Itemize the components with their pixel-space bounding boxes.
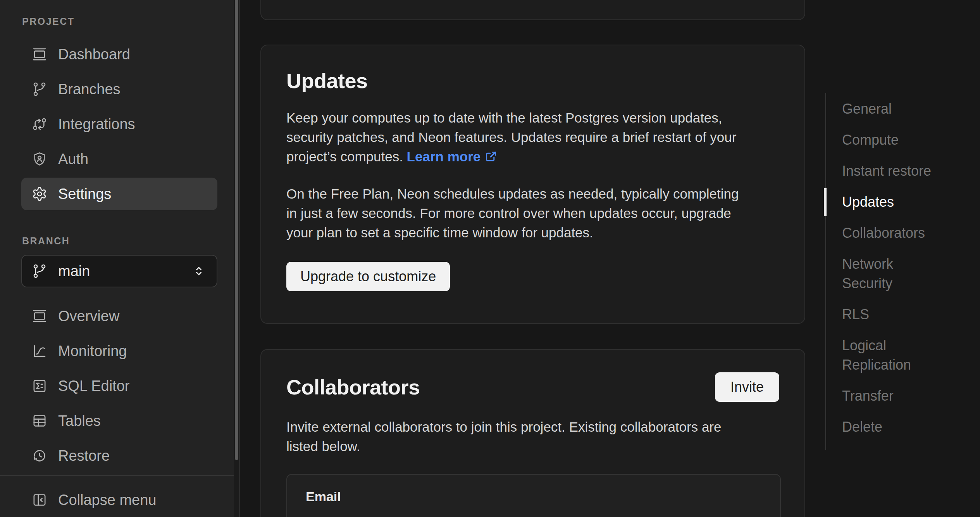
git-branch-icon bbox=[32, 81, 47, 97]
overview-icon bbox=[32, 308, 47, 324]
sidebar-item-tables[interactable]: Tables bbox=[21, 405, 217, 437]
section-nav-items: General Compute Instant restore Updates … bbox=[842, 99, 939, 448]
section-nav-rail bbox=[825, 93, 826, 450]
invite-button[interactable]: Invite bbox=[715, 372, 779, 402]
sidebar-item-label: Restore bbox=[58, 446, 110, 465]
collaborators-table: Email bbox=[286, 474, 781, 517]
collapse-menu-label: Collapse menu bbox=[58, 491, 156, 509]
sidebar-item-label: SQL Editor bbox=[58, 377, 129, 395]
collapse-menu-button[interactable]: Collapse menu bbox=[21, 484, 217, 516]
sidebar-item-label: Settings bbox=[58, 185, 111, 203]
project-section-label: PROJECT bbox=[22, 16, 234, 28]
email-column-header: Email bbox=[306, 488, 780, 505]
sql-editor-icon bbox=[32, 378, 47, 394]
sidebar-item-auth[interactable]: Auth bbox=[21, 143, 217, 175]
previous-settings-card-partial bbox=[260, 0, 805, 20]
sidebar-scroll-gutter bbox=[234, 0, 240, 517]
collaborators-description: Invite external collaborators to join th… bbox=[286, 417, 779, 456]
upgrade-to-customize-button[interactable]: Upgrade to customize bbox=[286, 262, 450, 291]
section-nav-collaborators[interactable]: Collaborators bbox=[842, 223, 939, 243]
sidebar-item-settings[interactable]: Settings bbox=[21, 178, 217, 210]
sidebar-item-label: Dashboard bbox=[58, 45, 130, 64]
tables-grid-icon bbox=[32, 413, 47, 429]
section-nav-delete[interactable]: Delete bbox=[842, 417, 939, 437]
collaborators-card-title: Collaborators bbox=[286, 374, 420, 400]
updates-card-title: Updates bbox=[286, 68, 779, 93]
neon-console-app: PROJECT Dashboard Branches Integrations bbox=[0, 0, 980, 517]
updates-description: Keep your computes up to date with the l… bbox=[286, 108, 779, 166]
section-nav-network-security[interactable]: Network Security bbox=[842, 254, 939, 293]
section-nav-compute[interactable]: Compute bbox=[842, 130, 939, 150]
monitoring-chart-icon bbox=[32, 343, 47, 359]
integrations-icon bbox=[32, 116, 47, 132]
section-nav-logical-replication[interactable]: Logical Replication bbox=[842, 336, 939, 375]
panel-collapse-icon bbox=[32, 492, 47, 508]
sidebar-item-label: Overview bbox=[58, 307, 119, 325]
dashboard-icon bbox=[32, 47, 47, 62]
sidebar-item-label: Branches bbox=[58, 80, 121, 99]
git-branch-icon bbox=[32, 263, 47, 279]
section-nav-instant-restore[interactable]: Instant restore bbox=[842, 161, 939, 181]
section-nav-rls[interactable]: RLS bbox=[842, 305, 939, 324]
section-nav-general[interactable]: General bbox=[842, 99, 939, 119]
sidebar-item-label: Monitoring bbox=[58, 342, 127, 360]
chevron-up-down-icon bbox=[192, 264, 206, 278]
sidebar-item-monitoring[interactable]: Monitoring bbox=[21, 335, 217, 367]
updates-card: Updates Keep your computes up to date wi… bbox=[260, 45, 805, 324]
learn-more-link[interactable]: Learn more bbox=[407, 149, 481, 164]
gear-icon bbox=[32, 186, 47, 202]
collaborators-card-header: Collaborators Invite bbox=[286, 372, 779, 402]
collaborators-card: Collaborators Invite Invite external col… bbox=[260, 349, 805, 517]
branch-selector[interactable]: main bbox=[21, 255, 217, 287]
project-nav-list: Dashboard Branches Integrations Auth bbox=[0, 38, 234, 210]
updates-free-plan-note: On the Free Plan, Neon schedules updates… bbox=[286, 184, 779, 242]
section-nav-transfer[interactable]: Transfer bbox=[842, 386, 939, 406]
auth-shield-icon bbox=[32, 151, 47, 167]
branch-nav-list: Overview Monitoring SQL Editor Tables bbox=[0, 300, 234, 472]
sidebar-item-overview[interactable]: Overview bbox=[21, 300, 217, 332]
restore-history-icon bbox=[32, 448, 47, 463]
sidebar-item-branches[interactable]: Branches bbox=[21, 73, 217, 105]
branch-section-label: BRANCH bbox=[22, 235, 234, 247]
sidebar-scrollbar-thumb[interactable] bbox=[235, 0, 238, 460]
project-sidebar: PROJECT Dashboard Branches Integrations bbox=[0, 0, 234, 517]
sidebar-item-dashboard[interactable]: Dashboard bbox=[21, 38, 217, 71]
sidebar-item-sql-editor[interactable]: SQL Editor bbox=[21, 370, 217, 402]
sidebar-item-label: Auth bbox=[58, 150, 88, 168]
active-section-indicator bbox=[824, 188, 827, 216]
sidebar-item-label: Tables bbox=[58, 412, 101, 430]
sidebar-item-restore[interactable]: Restore bbox=[21, 439, 217, 472]
sidebar-item-integrations[interactable]: Integrations bbox=[21, 108, 217, 140]
section-nav-updates[interactable]: Updates bbox=[842, 192, 939, 212]
external-link-icon bbox=[484, 149, 498, 162]
branch-selector-value: main bbox=[58, 263, 192, 280]
sidebar-divider bbox=[0, 475, 234, 476]
sidebar-item-label: Integrations bbox=[58, 115, 135, 133]
